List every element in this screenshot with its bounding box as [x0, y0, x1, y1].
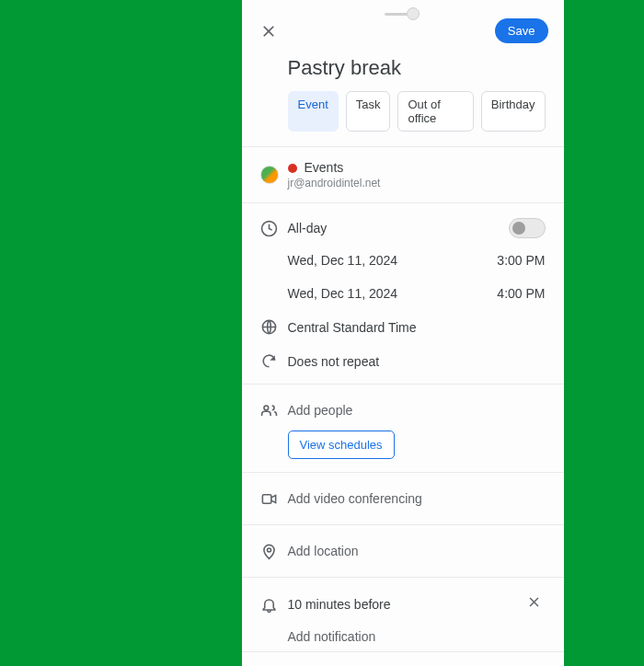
timezone-row[interactable]: Central Standard Time	[288, 320, 546, 335]
calendar-email: jr@androidintel.net	[288, 177, 546, 189]
people-icon	[260, 402, 278, 419]
end-time[interactable]: 4:00 PM	[497, 286, 545, 301]
all-day-label: All-day	[288, 221, 509, 235]
calendar-name: Events	[305, 160, 344, 175]
all-day-toggle[interactable]	[509, 218, 546, 238]
location-icon	[260, 543, 278, 560]
event-type-chips: Event Task Out of office Birthday	[242, 91, 564, 146]
svg-rect-1	[262, 494, 271, 503]
repeat-row[interactable]: Does not repeat	[288, 354, 546, 369]
event-create-sheet: Save Pastry break Event Task Out of offi…	[242, 0, 564, 666]
save-button[interactable]: Save	[495, 18, 548, 43]
svg-point-2	[267, 547, 270, 551]
chip-event[interactable]: Event	[288, 91, 339, 132]
event-title-input[interactable]: Pastry break	[242, 51, 564, 91]
remove-notification-button[interactable]	[523, 591, 546, 618]
globe-icon	[260, 318, 278, 336]
start-time[interactable]: 3:00 PM	[497, 253, 545, 268]
calendar-color-dot	[288, 164, 297, 173]
chip-out-of-office[interactable]: Out of office	[397, 91, 473, 132]
chip-task[interactable]: Task	[346, 91, 391, 132]
view-schedules-button[interactable]: View schedules	[288, 431, 395, 459]
close-icon	[259, 22, 278, 40]
add-location-row[interactable]: Add location	[288, 544, 546, 558]
calendar-picker[interactable]: Events jr@androidintel.net	[242, 147, 564, 202]
close-button[interactable]	[258, 20, 280, 42]
avatar	[260, 166, 279, 184]
chip-birthday[interactable]: Birthday	[481, 91, 546, 132]
add-people-row[interactable]: Add people	[288, 403, 546, 418]
notification-value[interactable]: 10 minutes before	[288, 597, 523, 612]
start-date[interactable]: Wed, Dec 11, 2024	[288, 253, 398, 268]
close-icon	[526, 594, 542, 610]
repeat-icon	[260, 352, 278, 370]
clock-icon	[260, 220, 278, 237]
add-notification-row[interactable]: Add notification	[288, 629, 546, 644]
video-icon	[260, 490, 278, 508]
bell-icon	[260, 596, 278, 614]
drag-handle[interactable]	[385, 7, 421, 20]
add-video-row[interactable]: Add video conferencing	[288, 491, 546, 506]
end-date[interactable]: Wed, Dec 11, 2024	[288, 286, 398, 301]
